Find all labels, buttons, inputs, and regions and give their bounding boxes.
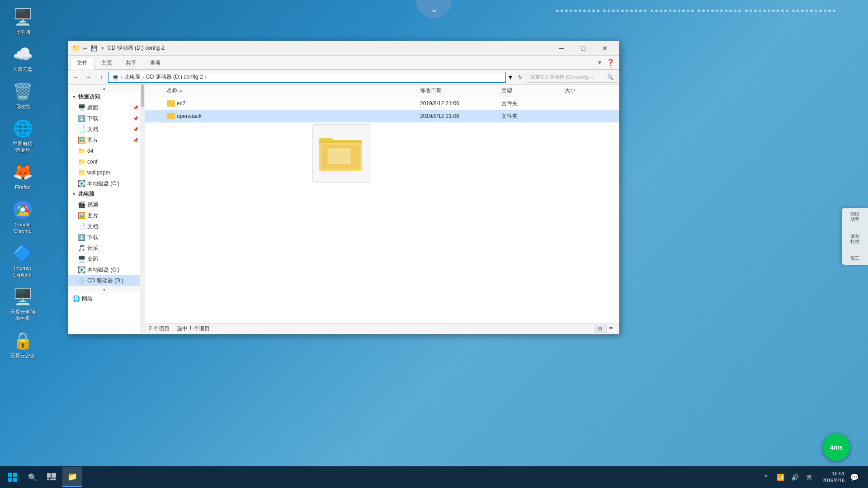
sidebar-quick-access-header[interactable]: ▼ 快速访问 — [68, 92, 140, 102]
path-cd-drive[interactable]: CD 驱动器 (D:) config-2 — [146, 73, 203, 81]
read-assistant-btn[interactable]: 阅读助手 — [849, 211, 860, 223]
sidebar-item-videos[interactable]: 🎬 视频 — [68, 199, 140, 210]
taskbar-task-view-button[interactable] — [42, 467, 61, 487]
search-placeholder: 搜索'CD 驱动器 (D:) config-... — [530, 74, 594, 80]
start-button[interactable] — [2, 466, 24, 488]
sidebar-item-documents-pc[interactable]: 📄 文档 — [68, 221, 140, 232]
sidebar-scrollbar[interactable] — [140, 84, 145, 334]
tab-share[interactable]: 共享 — [119, 57, 143, 69]
floppy-icon: 💾 — [91, 45, 98, 52]
sidebar-scroll-down[interactable]: ▼ — [68, 286, 140, 293]
up-button[interactable]: ↑ — [95, 72, 107, 83]
list-view-button[interactable]: ☰ — [606, 325, 615, 333]
col-header-modified[interactable]: 修改日期 — [418, 87, 500, 94]
file-list-scroll: ec2 2019/8/12 21:06 文件夹 openstack 20 — [145, 97, 619, 323]
col-header-size[interactable]: 大小 — [563, 87, 617, 94]
clock-date: 2019/8/16 — [817, 477, 844, 484]
tray-expand-button[interactable]: ^ — [760, 471, 772, 483]
pictures-folder-icon: 🖼️ — [77, 136, 85, 144]
tab-home[interactable]: 主页 — [94, 57, 119, 69]
taskbar-search-button[interactable]: 🔍 — [24, 469, 41, 485]
network-icon[interactable]: 📶 — [774, 471, 787, 483]
language-indicator[interactable]: 英 — [803, 471, 816, 483]
desktop-icon-ie[interactable]: 🔷 InternetExplorer — [5, 240, 41, 280]
table-row[interactable]: ec2 2019/8/12 21:06 文件夹 — [145, 97, 619, 110]
notification-button[interactable]: 💬 — [846, 469, 863, 485]
sidebar-item-downloads-pc[interactable]: ⬇️ 下载 — [68, 232, 140, 243]
col-header-type[interactable]: 类型 — [500, 87, 563, 94]
ping-value: 4ms — [830, 444, 843, 451]
taskbar: 🔍 📁 ^ 📶 🔊 英 16:51 2019/8/16 💬 — [0, 466, 868, 488]
sidebar: ▲ ▼ 快速访问 🖥️ 桌面 📌 ⬇️ 下载 📌 — [68, 84, 145, 334]
desktop-icon-google-chrome[interactable]: GoogleChrome — [5, 197, 41, 236]
up-arrow-icon: ▲ — [102, 86, 107, 91]
folder-icon — [167, 100, 175, 107]
back-button[interactable]: ← — [70, 72, 82, 83]
col-header-name[interactable]: 名称 ▲ — [165, 87, 418, 94]
sidebar-item-music[interactable]: 🎵 音乐 — [68, 243, 140, 253]
desktop-icon-tianyi-cloud[interactable]: ☁️ 天翼云盘 — [5, 42, 41, 74]
sidebar-item-label: 本地磁盘 (C:) — [87, 266, 119, 274]
minimize-button[interactable]: ─ — [551, 42, 572, 55]
path-this-pc[interactable]: 此电脑 — [124, 73, 141, 81]
status-bar: 2 个项目 选中 1 个项目 ⊞ ☰ — [145, 323, 619, 334]
svg-point-4 — [20, 207, 25, 212]
desktop-icon-label: InternetExplorer — [14, 265, 32, 278]
sidebar-this-pc-header[interactable]: ▼ 此电脑 — [68, 189, 140, 199]
desktop-icon-tianyi-encrypt[interactable]: 🔒 天翼云密盒 — [5, 328, 41, 361]
sidebar-item-downloads[interactable]: ⬇️ 下载 📌 — [68, 113, 140, 124]
desktop-icon-tianyi-assistant[interactable]: 🖥️ 天翼云电脑助手册 — [5, 284, 41, 324]
search-box[interactable]: 搜索'CD 驱动器 (D:) config-... 🔍 — [527, 72, 617, 83]
window-icon: 📁 — [72, 44, 81, 52]
sidebar-item-cd-drive[interactable]: 💿 CD 驱动器 (D:) — [68, 275, 140, 286]
maximize-button[interactable]: □ — [573, 42, 594, 55]
desktop-icon-telecom[interactable]: 🌐 中国电信营业厅 — [5, 116, 41, 155]
path-dropdown-btn[interactable]: ▾ — [507, 73, 514, 81]
taskbar-file-explorer-button[interactable]: 📁 — [62, 467, 82, 487]
desktop-icon-recycle-bin[interactable]: 🗑️ 回收站 — [5, 79, 41, 112]
sidebar-item-network[interactable]: 🌐 网络 — [68, 293, 140, 304]
sort-arrow-icon: ▲ — [179, 88, 183, 93]
expand-arrow-icon: ▼ — [72, 94, 76, 99]
ribbon-expand-btn[interactable]: ▾ — [595, 56, 604, 69]
svg-rect-6 — [319, 138, 333, 142]
sidebar-scroll-up[interactable]: ▲ — [68, 84, 140, 92]
sidebar-item-local-disk-c[interactable]: 💽 本地磁盘 (C:) — [68, 264, 140, 275]
cd-drive-icon: 💿 — [77, 277, 85, 285]
tab-file[interactable]: 文件 — [70, 57, 94, 70]
taskbar-clock[interactable]: 16:51 2019/8/16 — [817, 470, 844, 484]
sidebar-item-local-c[interactable]: 💽 本地磁盘 (C:) — [68, 178, 140, 189]
dropdown-arrow: ▾ — [101, 45, 104, 52]
sidebar-item-pictures-pc[interactable]: 🖼️ 图片 — [68, 210, 140, 221]
tab-view[interactable]: 查看 — [143, 57, 168, 69]
sidebar-item-wallpaper[interactable]: 📁 wallpaper — [68, 167, 140, 178]
refresh-button[interactable]: ↻ — [515, 72, 526, 83]
windows-logo-icon — [8, 473, 17, 482]
sidebar-item-desktop[interactable]: 🖥️ 桌面 📌 — [68, 102, 140, 113]
ie-icon: 🔷 — [12, 242, 33, 264]
sidebar-item-64[interactable]: 📁 64 — [68, 145, 140, 156]
do-not-disturb-btn[interactable]: 请勿打扰 — [849, 233, 860, 245]
volume-icon[interactable]: 🔊 — [788, 471, 801, 483]
sidebar-item-label: 桌面 — [87, 255, 98, 263]
table-row[interactable]: openstack 2019/8/12 21:06 文件夹 — [145, 110, 619, 122]
forward-button[interactable]: → — [83, 72, 94, 83]
sidebar-item-pictures[interactable]: 🖼️ 图片 📌 — [68, 135, 140, 145]
close-button[interactable]: ✕ — [594, 42, 615, 55]
tools-btn[interactable]: 部工 — [849, 255, 860, 262]
address-path[interactable]: 💻 › 此电脑 › CD 驱动器 (D:) config-2 › — [108, 72, 506, 83]
desktop-icon-this-pc[interactable]: 🖥️ 此电脑 — [5, 5, 41, 37]
sidebar-content: ▲ ▼ 快速访问 🖥️ 桌面 📌 ⬇️ 下载 📌 — [68, 84, 140, 334]
folder-icon-wallpaper: 📁 — [77, 169, 85, 177]
desktop-icon-firefox[interactable]: 🦊 Firefox — [5, 160, 41, 192]
tianyi-encrypt-icon: 🔒 — [12, 330, 33, 352]
grid-view-button[interactable]: ⊞ — [595, 325, 604, 333]
svg-rect-16 — [52, 473, 56, 478]
sidebar-item-label: wallpaper — [87, 169, 110, 176]
help-button[interactable]: ❓ — [604, 56, 617, 69]
sidebar-item-conf[interactable]: 📁 conf — [68, 156, 140, 167]
sidebar-item-desktop-pc[interactable]: 🖥️ 桌面 — [68, 253, 140, 264]
sidebar-item-documents[interactable]: 📄 文档 📌 — [68, 124, 140, 135]
desktop-icon-label: 天翼云密盒 — [10, 352, 35, 359]
scroll-indicator[interactable]: ⌄ — [416, 0, 452, 18]
